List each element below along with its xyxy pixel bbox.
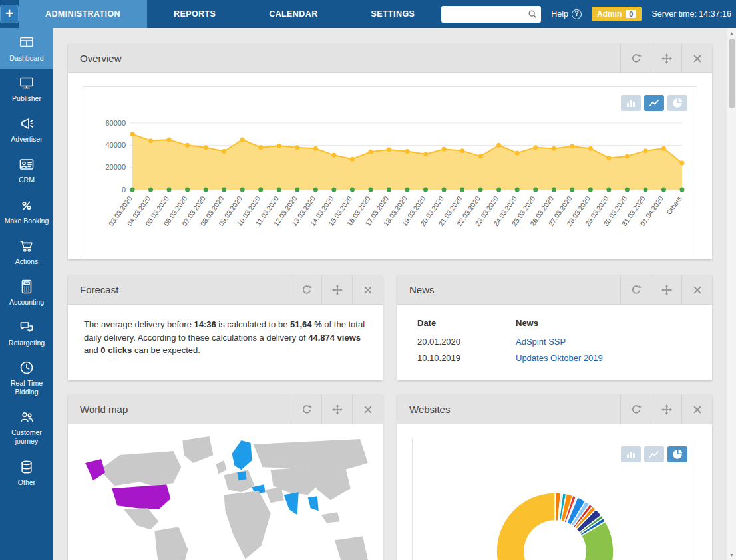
sidebar-item-customer-journey[interactable]: Customer journey (0, 402, 53, 452)
nav-settings[interactable]: SETTINGS (345, 0, 442, 28)
panel-title: World map (68, 404, 291, 415)
news-col-date: Date (417, 314, 516, 333)
news-panel-header: News (397, 275, 712, 305)
panel-title: Overview (68, 53, 620, 64)
sidebar-item-label: Accounting (9, 298, 44, 307)
close-button[interactable] (352, 275, 383, 305)
dashboard-icon (19, 35, 35, 51)
clock-icon (19, 360, 35, 376)
nav-reports[interactable]: REPORTS (147, 0, 242, 28)
svg-text:0: 0 (122, 186, 126, 194)
main-content: Overview 020000400006000003.03.202004.03… (53, 28, 727, 560)
sidebar-item-advertiser[interactable]: Advertiser (0, 109, 53, 150)
sidebar-item-accounting[interactable]: Accounting (0, 272, 53, 313)
refresh-icon (301, 285, 312, 295)
admin-badge[interactable]: Admin 0 (592, 7, 642, 21)
news-link[interactable]: Updates Oktober 2019 (516, 353, 603, 363)
refresh-button[interactable] (620, 395, 651, 424)
line-chart-button[interactable] (644, 95, 664, 111)
move-button[interactable] (651, 275, 681, 305)
sidebar-item-dashboard[interactable]: Dashboard (0, 28, 53, 69)
forecast-text: The average delivery before 14:36 is cal… (68, 305, 383, 370)
panel-title: Websites (397, 404, 620, 415)
svg-text:60000: 60000 (105, 119, 126, 127)
top-bar: + ADMINISTRATION REPORTS CALENDAR SETTIN… (0, 0, 736, 28)
top-bar-right: Help ? Admin 0 Server time: 14:37:16 (441, 0, 736, 28)
news-row: 20.01.2020 AdSpirit SSP (417, 333, 692, 350)
move-button[interactable] (321, 395, 352, 424)
admin-label: Admin (597, 9, 622, 19)
world-map-graphic[interactable] (68, 424, 383, 560)
contact-card-icon (19, 156, 35, 172)
percent-icon (19, 198, 35, 213)
close-button[interactable] (681, 395, 712, 424)
refresh-button[interactable] (291, 275, 321, 305)
sidebar-item-label: Publisher (12, 94, 41, 103)
vertical-scrollbar[interactable]: ▲ ▼ (727, 28, 736, 560)
sidebar-item-label: Customer journey (2, 428, 51, 446)
scroll-down-arrow-icon[interactable]: ▼ (727, 550, 736, 560)
sidebar-item-rtb[interactable]: Real-Time Bidding (0, 353, 53, 402)
close-icon (693, 405, 702, 414)
refresh-icon (631, 285, 642, 295)
world-map-panel-header: World map (68, 395, 383, 424)
world-map-panel: World map (68, 395, 383, 560)
help-link[interactable]: Help ? (551, 9, 582, 19)
line-chart-button[interactable] (644, 446, 664, 462)
sidebar-item-make-booking[interactable]: Make Booking (0, 191, 53, 231)
overview-panel-header: Overview (68, 44, 712, 73)
close-icon (693, 54, 702, 63)
refresh-icon (631, 53, 642, 64)
scroll-up-arrow-icon[interactable]: ▲ (727, 28, 736, 38)
pie-chart-button[interactable] (667, 446, 687, 462)
websites-panel-header: Websites (397, 395, 712, 424)
refresh-button[interactable] (620, 44, 651, 73)
news-table: Date News 20.01.2020 AdSpirit SSP 10.10.… (417, 314, 692, 366)
news-link[interactable]: AdSpirit SSP (516, 337, 566, 347)
sidebar-item-label: Make Booking (5, 217, 49, 225)
chart-type-toolbar (422, 446, 687, 462)
close-button[interactable] (681, 275, 712, 305)
chart-type-toolbar (92, 95, 687, 111)
refresh-icon (301, 404, 312, 415)
sidebar-item-retargeting[interactable]: Retargeting (0, 313, 53, 353)
close-button[interactable] (681, 44, 712, 73)
sidebar-item-other[interactable]: Other (0, 452, 53, 493)
calculator-icon (19, 279, 35, 295)
websites-donut-chart[interactable] (422, 466, 687, 560)
refresh-button[interactable] (620, 275, 651, 305)
sidebar-item-label: CRM (19, 176, 35, 184)
bar-chart-icon (626, 98, 636, 108)
sidebar-item-label: Dashboard (9, 54, 43, 63)
sidebar-item-label: Real-Time Bidding (2, 379, 51, 396)
move-button[interactable] (651, 395, 681, 424)
nav-administration[interactable]: ADMINISTRATION (19, 0, 147, 28)
scrollbar-thumb[interactable] (729, 39, 735, 108)
overview-area-chart[interactable]: 020000400006000003.03.202004.03.202005.0… (92, 115, 687, 251)
monitor-icon (19, 75, 35, 91)
move-button[interactable] (651, 44, 681, 73)
line-chart-icon (649, 98, 659, 108)
sidebar-item-label: Actions (15, 257, 38, 266)
search-icon[interactable] (528, 9, 537, 19)
sidebar: Dashboard Publisher Advertiser CRM Make … (0, 28, 53, 560)
sidebar-item-publisher[interactable]: Publisher (0, 69, 53, 109)
search-box (441, 6, 541, 23)
websites-panel: Websites (397, 395, 712, 560)
bar-chart-button[interactable] (621, 446, 641, 462)
nav-calendar[interactable]: CALENDAR (242, 0, 344, 28)
panel-title: Forecast (68, 284, 291, 295)
bar-chart-button[interactable] (621, 95, 641, 111)
sidebar-item-crm[interactable]: CRM (0, 150, 53, 190)
pie-chart-button[interactable] (667, 95, 687, 111)
cart-icon (19, 238, 35, 254)
close-button[interactable] (352, 395, 383, 424)
refresh-button[interactable] (291, 395, 321, 424)
overview-panel: Overview 020000400006000003.03.202004.03… (68, 44, 712, 259)
move-button[interactable] (321, 275, 352, 305)
admin-count: 0 (626, 10, 636, 18)
search-input[interactable] (445, 9, 528, 19)
sidebar-item-actions[interactable]: Actions (0, 231, 53, 272)
app-logo[interactable]: + (0, 0, 19, 28)
forecast-panel-header: Forecast (68, 275, 383, 305)
